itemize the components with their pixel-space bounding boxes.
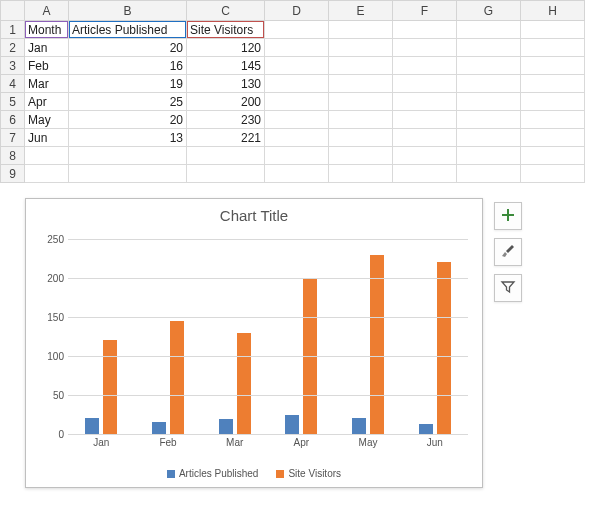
- chart-bar[interactable]: [85, 418, 99, 434]
- row-header-3[interactable]: 3: [1, 57, 25, 75]
- cell-C5[interactable]: 200: [187, 93, 265, 111]
- embedded-chart[interactable]: Chart Title 050100150200250 JanFebMarApr…: [25, 198, 483, 488]
- col-header-B[interactable]: B: [69, 1, 187, 21]
- cell-F1[interactable]: [393, 21, 457, 39]
- col-header-F[interactable]: F: [393, 1, 457, 21]
- cell-B3[interactable]: 16: [69, 57, 187, 75]
- cell-G8[interactable]: [457, 147, 521, 165]
- cell-B5[interactable]: 25: [69, 93, 187, 111]
- cell-D9[interactable]: [265, 165, 329, 183]
- cell-E6[interactable]: [329, 111, 393, 129]
- cell-B6[interactable]: 20: [69, 111, 187, 129]
- chart-legend[interactable]: Articles Published Site Visitors: [26, 468, 482, 479]
- cell-B7[interactable]: 13: [69, 129, 187, 147]
- chart-bar[interactable]: [437, 262, 451, 434]
- cell-B8[interactable]: [69, 147, 187, 165]
- cell-H5[interactable]: [521, 93, 585, 111]
- col-header-C[interactable]: C: [187, 1, 265, 21]
- cell-H8[interactable]: [521, 147, 585, 165]
- cell-B2[interactable]: 20: [69, 39, 187, 57]
- cell-D1[interactable]: [265, 21, 329, 39]
- cell-H1[interactable]: [521, 21, 585, 39]
- cell-G7[interactable]: [457, 129, 521, 147]
- spreadsheet-grid[interactable]: A B C D E F G H 1 Month Articles Publish…: [0, 0, 585, 183]
- cell-H4[interactable]: [521, 75, 585, 93]
- cell-A8[interactable]: [25, 147, 69, 165]
- cell-E7[interactable]: [329, 129, 393, 147]
- chart-bar[interactable]: [419, 424, 433, 434]
- row-header-8[interactable]: 8: [1, 147, 25, 165]
- cell-C3[interactable]: 145: [187, 57, 265, 75]
- col-header-G[interactable]: G: [457, 1, 521, 21]
- cell-C1[interactable]: Site Visitors: [187, 21, 265, 39]
- cell-F3[interactable]: [393, 57, 457, 75]
- cell-F4[interactable]: [393, 75, 457, 93]
- cell-D7[interactable]: [265, 129, 329, 147]
- col-header-A[interactable]: A: [25, 1, 69, 21]
- col-header-H[interactable]: H: [521, 1, 585, 21]
- cell-D4[interactable]: [265, 75, 329, 93]
- cell-G6[interactable]: [457, 111, 521, 129]
- cell-C8[interactable]: [187, 147, 265, 165]
- row-header-1[interactable]: 1: [1, 21, 25, 39]
- chart-bar[interactable]: [352, 418, 366, 434]
- cell-G5[interactable]: [457, 93, 521, 111]
- cell-E8[interactable]: [329, 147, 393, 165]
- legend-item-1[interactable]: Articles Published: [167, 468, 258, 479]
- cell-A4[interactable]: Mar: [25, 75, 69, 93]
- cell-E9[interactable]: [329, 165, 393, 183]
- cell-D5[interactable]: [265, 93, 329, 111]
- row-header-5[interactable]: 5: [1, 93, 25, 111]
- cell-H7[interactable]: [521, 129, 585, 147]
- chart-title[interactable]: Chart Title: [26, 199, 482, 226]
- cell-F6[interactable]: [393, 111, 457, 129]
- cell-A6[interactable]: May: [25, 111, 69, 129]
- cell-H2[interactable]: [521, 39, 585, 57]
- cell-G3[interactable]: [457, 57, 521, 75]
- cell-G1[interactable]: [457, 21, 521, 39]
- chart-bar[interactable]: [152, 422, 166, 434]
- cell-A5[interactable]: Apr: [25, 93, 69, 111]
- cell-G9[interactable]: [457, 165, 521, 183]
- cell-B9[interactable]: [69, 165, 187, 183]
- cell-E3[interactable]: [329, 57, 393, 75]
- col-header-D[interactable]: D: [265, 1, 329, 21]
- cell-D3[interactable]: [265, 57, 329, 75]
- cell-A9[interactable]: [25, 165, 69, 183]
- row-header-9[interactable]: 9: [1, 165, 25, 183]
- cell-F7[interactable]: [393, 129, 457, 147]
- cell-F8[interactable]: [393, 147, 457, 165]
- cell-G2[interactable]: [457, 39, 521, 57]
- cell-D8[interactable]: [265, 147, 329, 165]
- legend-item-2[interactable]: Site Visitors: [276, 468, 341, 479]
- row-header-2[interactable]: 2: [1, 39, 25, 57]
- cell-H6[interactable]: [521, 111, 585, 129]
- row-header-4[interactable]: 4: [1, 75, 25, 93]
- cell-G4[interactable]: [457, 75, 521, 93]
- chart-bar[interactable]: [237, 333, 251, 434]
- cell-H3[interactable]: [521, 57, 585, 75]
- cell-F2[interactable]: [393, 39, 457, 57]
- cell-E4[interactable]: [329, 75, 393, 93]
- row-header-7[interactable]: 7: [1, 129, 25, 147]
- cell-D2[interactable]: [265, 39, 329, 57]
- chart-bar[interactable]: [103, 340, 117, 434]
- cell-F9[interactable]: [393, 165, 457, 183]
- chart-bar[interactable]: [219, 419, 233, 434]
- cell-A1[interactable]: Month: [25, 21, 69, 39]
- col-header-E[interactable]: E: [329, 1, 393, 21]
- chart-bar[interactable]: [170, 321, 184, 434]
- cell-B4[interactable]: 19: [69, 75, 187, 93]
- cell-H9[interactable]: [521, 165, 585, 183]
- cell-D6[interactable]: [265, 111, 329, 129]
- cell-E5[interactable]: [329, 93, 393, 111]
- cell-C7[interactable]: 221: [187, 129, 265, 147]
- cell-E1[interactable]: [329, 21, 393, 39]
- chart-bar[interactable]: [370, 255, 384, 434]
- cell-C6[interactable]: 230: [187, 111, 265, 129]
- cell-F5[interactable]: [393, 93, 457, 111]
- chart-bar[interactable]: [285, 415, 299, 435]
- cell-C2[interactable]: 120: [187, 39, 265, 57]
- chart-plot-area[interactable]: 050100150200250: [68, 239, 468, 434]
- chart-elements-button[interactable]: [494, 202, 522, 230]
